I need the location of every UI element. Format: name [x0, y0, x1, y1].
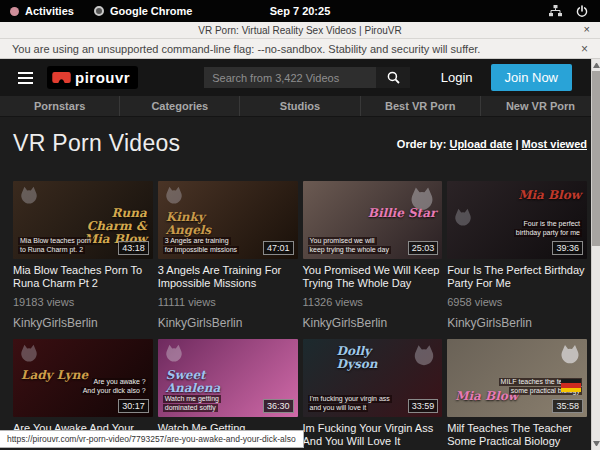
chrome-warning-bar: You are using an unsupported command-lin… [0, 39, 600, 59]
thumb-caption: You promised we willkeep trying the whol… [308, 237, 391, 254]
video-card: Dolly Dyson I'm fucking your virgin assa… [303, 339, 443, 450]
scroll-up-arrow-icon[interactable] [593, 63, 600, 68]
scrollbar[interactable] [591, 59, 600, 450]
tab-close-icon[interactable]: × [584, 23, 590, 35]
thumb-caption: I'm fucking your virgin assand you will … [308, 395, 392, 412]
order-upload-date-link[interactable]: Upload date [449, 138, 512, 150]
video-title[interactable]: Im Fucking Your Virgin Ass And You Will … [303, 422, 443, 448]
studio-link[interactable]: KinkyGirlsBerlin [447, 316, 587, 330]
cat-mask-logo-icon [163, 343, 185, 363]
app-menu-label: Google Chrome [110, 5, 193, 17]
german-flag [561, 379, 581, 392]
site-logo[interactable]: pirouvr [47, 66, 138, 89]
view-count: 11326 views [303, 296, 443, 308]
duration-badge: 47:01 [263, 241, 294, 255]
view-count: 19183 views [13, 296, 153, 308]
thumb-caption: 3 Angels are trainingfor impossible miss… [163, 237, 239, 254]
search-input[interactable] [204, 67, 376, 88]
warning-text: You are using an unsupported command-lin… [12, 43, 480, 55]
nav-item-best-vr[interactable]: Best VR Porn [360, 96, 480, 116]
duration-badge: 30:17 [118, 399, 149, 413]
video-thumbnail[interactable]: Lady Lyne Are you awake ?And your dick a… [13, 339, 153, 417]
video-title[interactable]: You Promised We Will Keep Trying The Who… [303, 264, 443, 290]
activities-icon [10, 7, 19, 16]
duration-badge: 36:30 [263, 399, 294, 413]
scrollbar-thumb[interactable] [592, 71, 600, 246]
order-by: Order by: Upload date | Most viewed [397, 138, 587, 150]
activities-button[interactable]: Activities [0, 5, 84, 17]
view-count: 11111 views [158, 296, 298, 308]
video-thumbnail[interactable]: Sweet Analena Watch me gettingdominated … [158, 339, 298, 417]
page-title: VR Porn Videos [13, 130, 180, 157]
search-icon [387, 71, 400, 84]
thumb-caption: Four is the perfectbirthday party for me [514, 220, 582, 237]
cat-mask-logo-icon [18, 185, 40, 205]
join-now-button[interactable]: Join Now [491, 64, 572, 91]
nav-item-new-vr[interactable]: New VR Porn [480, 96, 600, 116]
search-bar [204, 67, 410, 88]
thumb-overlay-name: Dolly Dyson [337, 345, 409, 371]
vr-goggles-icon [52, 72, 71, 84]
thumb-caption: Are you awake ?And your dick also ? [81, 378, 148, 395]
app-menu[interactable]: Google Chrome [84, 5, 203, 17]
thumb-caption: Mia Blow teaches pornto Runa Charm pt. 2 [18, 237, 93, 254]
video-grid: Runa Charm & Mia Blow Mia Blow teaches p… [0, 181, 600, 450]
studio-link[interactable]: KinkyGirlsBerlin [158, 316, 298, 330]
video-thumbnail[interactable]: Kinky Angels 3 Angels are trainingfor im… [158, 181, 298, 259]
thumb-overlay-name: Kinky Angels [166, 211, 238, 237]
status-bar-url: https://pirouvr.com/vr-porn-video/779325… [0, 430, 304, 448]
cat-mask-logo-icon [411, 343, 437, 367]
video-card: Billie Star You promised we willkeep try… [303, 181, 443, 330]
warning-close-icon[interactable]: × [581, 42, 588, 56]
clock[interactable]: Sep 7 20:25 [270, 5, 331, 17]
video-thumbnail[interactable]: Mia Blow Four is the perfectbirthday par… [447, 181, 587, 259]
order-by-label: Order by: [397, 138, 447, 150]
video-thumbnail[interactable]: Mia Blow MILF teaches the teachersome pr… [447, 339, 587, 417]
cat-mask-logo-icon [18, 343, 40, 363]
nav-item-categories[interactable]: Categories [119, 96, 239, 116]
video-title[interactable]: Mia Blow Teaches Porn To Runa Charm Pt 2 [13, 264, 153, 290]
activities-label: Activities [25, 5, 74, 17]
tab-title: VR Porn: Virtual Reality Sex Videos | Pi… [198, 25, 401, 36]
duration-badge: 35:58 [552, 399, 583, 413]
video-card: Runa Charm & Mia Blow Mia Blow teaches p… [13, 181, 153, 330]
nav-item-pornstars[interactable]: Pornstars [0, 96, 119, 116]
duration-badge: 25:03 [408, 241, 439, 255]
search-button[interactable] [376, 67, 410, 88]
browser-title-bar: VR Porn: Virtual Reality Sex Videos | Pi… [0, 22, 600, 39]
studio-link[interactable]: KinkyGirlsBerlin [303, 316, 443, 330]
desktop-top-bar: Activities Google Chrome Sep 7 20:25 [0, 0, 600, 22]
view-count: 6958 views [447, 296, 587, 308]
site-header: pirouvr Login Join Now [0, 59, 600, 96]
scroll-down-arrow-icon[interactable] [593, 441, 600, 446]
thumb-caption: Watch me gettingdominated softly [163, 395, 221, 412]
video-thumbnail[interactable]: Dolly Dyson I'm fucking your virgin assa… [303, 339, 443, 417]
power-icon[interactable] [576, 5, 588, 18]
login-link[interactable]: Login [441, 70, 473, 85]
menu-icon[interactable] [18, 72, 33, 84]
thumb-overlay-name: Mia Blow [518, 189, 581, 202]
video-thumbnail[interactable]: Runa Charm & Mia Blow Mia Blow teaches p… [13, 181, 153, 259]
video-title[interactable]: 3 Angels Are Training For Impossible Mis… [158, 264, 298, 290]
studio-link[interactable]: KinkyGirlsBerlin [13, 316, 153, 330]
video-thumbnail[interactable]: Billie Star You promised we willkeep try… [303, 181, 443, 259]
video-card: Mia Blow Four is the perfectbirthday par… [447, 181, 587, 330]
page-heading-row: VR Porn Videos Order by: Upload date | M… [0, 117, 600, 157]
main-nav: Pornstars Categories Studios Best VR Por… [0, 96, 600, 117]
video-card: Mia Blow MILF teaches the teachersome pr… [447, 339, 587, 450]
nav-item-studios[interactable]: Studios [239, 96, 359, 116]
order-separator: | [515, 138, 518, 150]
thumb-overlay-name: Sweet Analena [166, 369, 238, 395]
video-title[interactable]: Four Is The Perfect Birthday Party For M… [447, 264, 587, 290]
thumb-overlay-name: Lady Lyne [21, 369, 88, 382]
network-icon[interactable] [549, 5, 562, 17]
video-title[interactable]: Milf Teaches The Teacher Some Practical … [447, 422, 587, 448]
order-most-viewed-link[interactable]: Most viewed [522, 138, 587, 150]
cat-mask-logo-icon [558, 343, 582, 365]
chrome-icon [94, 6, 104, 16]
duration-badge: 39:36 [552, 241, 583, 255]
duration-badge: 33:59 [408, 399, 439, 413]
cat-mask-logo-icon [163, 185, 185, 205]
thumb-overlay-name: Billie Star [368, 207, 437, 220]
video-card: Kinky Angels 3 Angels are trainingfor im… [158, 181, 298, 330]
